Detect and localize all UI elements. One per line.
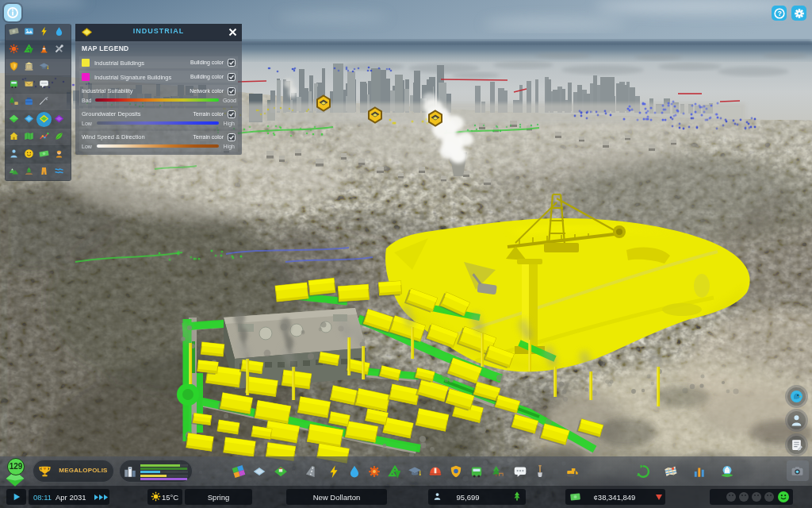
- svg-text:?: ?: [777, 10, 781, 17]
